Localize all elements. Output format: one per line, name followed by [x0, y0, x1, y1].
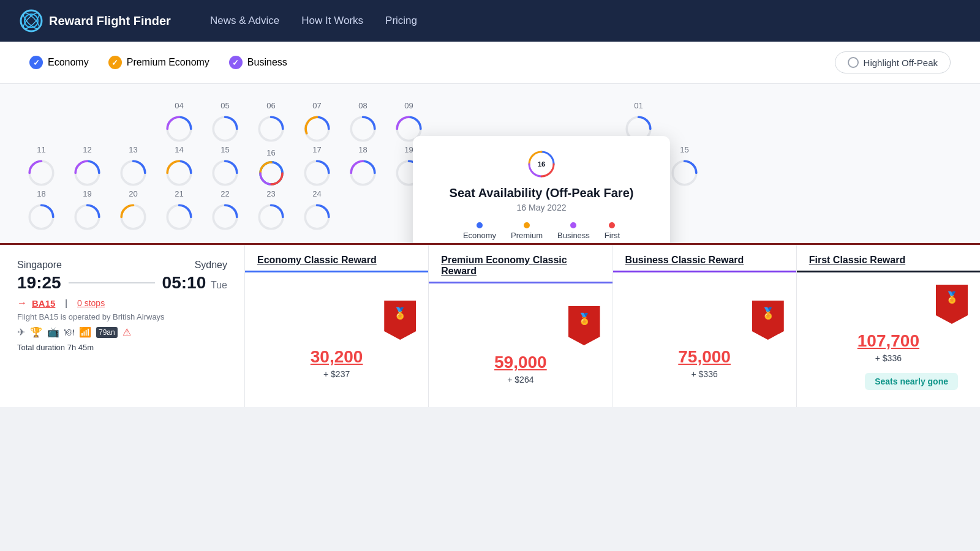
legend-dot-first: [609, 222, 615, 228]
fare-title-economy[interactable]: Economy Classic Reward: [257, 255, 377, 265]
cal-day-empty9: [340, 189, 386, 233]
cal-day-empty3: [110, 101, 156, 145]
legend-dot-business: [570, 222, 576, 228]
highlight-label: Highlight Off-Peak: [864, 58, 938, 68]
fare-col-business: Business Classic Reward 🏅 75,000 + $336: [613, 245, 797, 407]
check-economy: ✓: [29, 56, 43, 69]
cal-day-08[interactable]: 08: [340, 101, 386, 145]
fare-surcharge-first: + $336: [875, 353, 902, 363]
cal-day-11[interactable]: 11: [18, 145, 64, 189]
cal-day-22[interactable]: 22: [202, 189, 248, 233]
ring-18r: [18, 201, 64, 233]
flight-amenity-icons: ✈ 🏆 📺 🍽 📶 79an ⚠: [17, 326, 227, 338]
flight-line: [69, 282, 155, 283]
fare-header-business: Business Classic Reward: [613, 245, 796, 272]
screen-icon: 📺: [47, 326, 59, 338]
filter-economy[interactable]: ✓ Economy: [29, 56, 89, 69]
ring-06: [248, 113, 294, 145]
fare-points-business[interactable]: 75,000: [678, 347, 731, 367]
filter-economy-label: Economy: [48, 57, 89, 68]
fare-points-first[interactable]: 107,700: [858, 331, 919, 351]
flight-code-link[interactable]: BA15: [32, 298, 55, 309]
seat-availability-tooltip: 16 Seat Availability (Off-Peak Fare) 16 …: [413, 136, 670, 243]
ring-12: [64, 157, 110, 189]
cal-day-19r[interactable]: 19: [64, 189, 110, 233]
award-badge-first: 🏅: [936, 285, 968, 324]
cal-day-24[interactable]: 24: [294, 189, 340, 233]
tooltip-legend: Economy Premium Business First: [432, 222, 650, 240]
navigation: Reward Flight Finder News & Advice How I…: [0, 0, 980, 42]
cal-day-12[interactable]: 12: [64, 145, 110, 189]
cal-day-20r[interactable]: 20: [110, 189, 156, 233]
fare-col-first: First Classic Reward 🏅 107,700 + $336 Se…: [797, 245, 980, 407]
fare-points-premium[interactable]: 59,000: [494, 353, 547, 372]
medal-icon: 🏅: [393, 307, 407, 320]
ring-07: [294, 113, 340, 145]
ring-11: [18, 157, 64, 189]
depart-time: 19:25: [17, 273, 61, 293]
radio-icon: [848, 57, 859, 68]
ring-19r: [64, 201, 110, 233]
flight-ba-row: → BA15 | 0 stops: [17, 298, 227, 309]
fare-title-business[interactable]: Business Classic Reward: [625, 255, 744, 265]
legend-business: Business: [557, 222, 590, 240]
cal-day-15[interactable]: 15: [202, 145, 248, 189]
ring-08: [340, 113, 386, 145]
cal-day-18[interactable]: 18: [340, 145, 386, 189]
cal-day-empty2: [64, 101, 110, 145]
cal-day-17[interactable]: 17: [294, 145, 340, 189]
filter-business[interactable]: ✓ Business: [229, 56, 287, 69]
ring-21: [156, 201, 202, 233]
fare-surcharge-premium: + $264: [507, 375, 533, 384]
nav-pricing[interactable]: Pricing: [375, 10, 427, 32]
cal-day-23[interactable]: 23: [248, 189, 294, 233]
nav-how[interactable]: How It Works: [292, 10, 373, 32]
legend-label-first: First: [605, 231, 620, 240]
cal-day-21[interactable]: 21: [156, 189, 202, 233]
fare-body-economy: 🏅 30,200 + $237: [245, 272, 428, 407]
fare-title-first[interactable]: First Classic Reward: [809, 255, 905, 265]
ring-14: [156, 157, 202, 189]
separator: |: [65, 298, 67, 308]
ring-13: [110, 157, 156, 189]
tooltip-title: Seat Availability (Off-Peak Fare): [432, 186, 650, 200]
fare-points-economy[interactable]: 30,200: [311, 347, 363, 367]
highlight-offpeak-button[interactable]: Highlight Off-Peak: [835, 51, 951, 73]
tooltip-ring-svg: 16: [526, 148, 557, 180]
flight-route: Singapore Sydney: [17, 260, 227, 271]
trophy-icon: 🏆: [30, 326, 42, 338]
fare-col-premium: Premium Economy Classic Reward 🏅 59,000 …: [429, 245, 612, 407]
legend-economy: Economy: [463, 222, 496, 240]
tooltip-number: 16: [538, 160, 545, 168]
wifi-icon: 📶: [79, 326, 91, 338]
legend-premium: Premium: [511, 222, 543, 240]
logo[interactable]: Reward Flight Finder: [20, 9, 171, 32]
arrive-time: 05:10 Tue: [162, 273, 227, 293]
ring-17: [294, 157, 340, 189]
cal-day-04[interactable]: 04: [156, 101, 202, 145]
fare-body-premium: 🏅 59,000 + $264: [429, 283, 612, 407]
cal-day-06[interactable]: 06: [248, 101, 294, 145]
filter-business-label: Business: [247, 57, 287, 68]
fare-surcharge-economy: + $237: [323, 369, 350, 379]
award-badge-premium: 🏅: [568, 306, 600, 345]
food-icon: 🍽: [64, 327, 74, 338]
cal-day-13[interactable]: 13: [110, 145, 156, 189]
stops-link[interactable]: 0 stops: [77, 298, 105, 308]
ring-16-selected: [258, 160, 285, 187]
legend-dot-economy: [477, 222, 483, 228]
flight-description: Flight BA15 is operated by British Airwa…: [17, 312, 227, 321]
cal-day-16[interactable]: 16: [248, 145, 294, 189]
flight-times: 19:25 05:10 Tue: [17, 273, 227, 293]
fare-title-premium[interactable]: Premium Economy Classic Reward: [441, 255, 567, 276]
fare-col-economy: Economy Classic Reward 🏅 30,200 + $237: [245, 245, 429, 407]
nav-news[interactable]: News & Advice: [200, 10, 289, 32]
cal-day-05[interactable]: 05: [202, 101, 248, 145]
cal-day-18r[interactable]: 18: [18, 189, 64, 233]
cal-day-07[interactable]: 07: [294, 101, 340, 145]
nav-links: News & Advice How It Works Pricing: [200, 10, 427, 32]
award-badge-business: 🏅: [752, 301, 784, 340]
cal-day-14[interactable]: 14: [156, 145, 202, 189]
filter-premium[interactable]: ✓ Premium Economy: [108, 56, 209, 69]
seats-badge-container: Seats nearly gone: [809, 368, 968, 395]
